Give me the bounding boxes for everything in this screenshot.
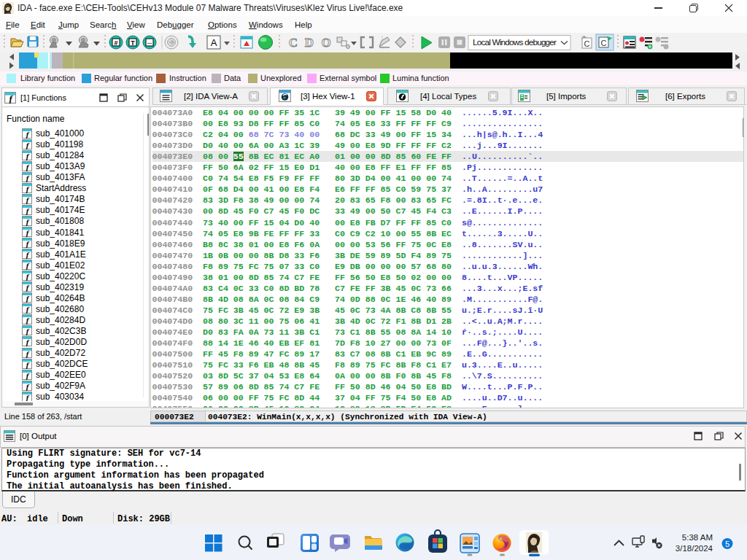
svg-text:C: C (584, 39, 590, 48)
svg-text:5: 5 (725, 540, 729, 548)
svg-text:C: C (601, 39, 607, 47)
svg-text:...: ... (147, 39, 152, 45)
svg-text:5:38 AM: 5:38 AM (682, 533, 713, 542)
svg-text:3/18/2024: 3/18/2024 (676, 544, 713, 553)
svg-text:D: D (305, 36, 314, 50)
svg-text:Local Windows debugger: Local Windows debugger (473, 37, 557, 47)
svg-text:#: # (114, 39, 117, 47)
svg-text:O: O (321, 36, 330, 50)
svg-text:A: A (211, 37, 217, 48)
svg-text:C: C (289, 36, 298, 50)
svg-text:T: T (131, 39, 135, 47)
